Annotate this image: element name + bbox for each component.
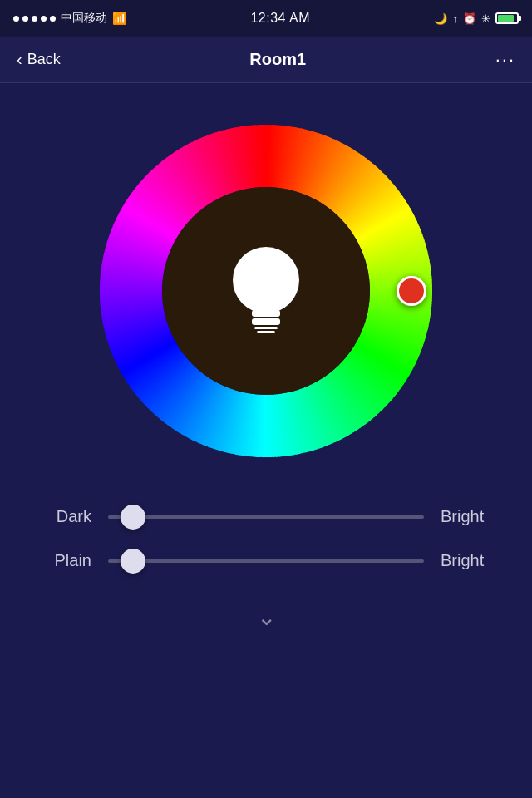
- bluetooth-icon: ✳: [481, 12, 490, 25]
- page-title: Room1: [249, 50, 306, 69]
- status-left: 中国移动 📶: [13, 11, 126, 26]
- dark-label: Dark: [42, 507, 91, 526]
- dot4: [41, 16, 47, 22]
- brightness-thumb[interactable]: [121, 505, 145, 530]
- dot3: [32, 16, 37, 22]
- svg-rect-3: [254, 327, 278, 329]
- saturation-thumb[interactable]: [121, 549, 145, 574]
- svg-rect-4: [257, 331, 275, 333]
- battery-fill: [498, 15, 514, 22]
- saturation-track[interactable]: [108, 559, 424, 563]
- battery-icon: [495, 12, 519, 24]
- svg-rect-2: [252, 318, 280, 325]
- signal-dots: [13, 16, 56, 22]
- more-button[interactable]: ···: [495, 49, 515, 71]
- dot1: [13, 16, 19, 22]
- carrier-label: 中国移动: [61, 11, 107, 26]
- color-handle[interactable]: [397, 276, 426, 306]
- center-circle: [162, 187, 370, 395]
- arrow-icon: ↑: [452, 12, 458, 25]
- sliders-section: Dark Bright Plain Bright: [0, 466, 532, 587]
- time-label: 12:34 AM: [250, 11, 310, 26]
- dot5: [50, 16, 56, 22]
- moon-icon: 🌙: [434, 12, 447, 25]
- bright-label-2: Bright: [441, 551, 490, 570]
- bulb-icon: [220, 237, 312, 345]
- brightness-track[interactable]: [108, 515, 424, 519]
- status-bar: 中国移动 📶 12:34 AM 🌙 ↑ ⏰ ✳: [0, 0, 532, 37]
- status-right: 🌙 ↑ ⏰ ✳: [434, 12, 519, 25]
- saturation-slider-row: Plain Bright: [42, 551, 490, 570]
- dot2: [22, 16, 28, 22]
- chevron-down-icon[interactable]: ⌄: [257, 603, 276, 631]
- svg-rect-1: [252, 310, 280, 317]
- bright-label-1: Bright: [441, 507, 490, 526]
- nav-bar: ‹ Back Room1 ···: [0, 37, 532, 83]
- back-chevron-icon: ‹: [17, 50, 22, 69]
- back-label: Back: [27, 51, 61, 68]
- wifi-icon: 📶: [112, 12, 126, 25]
- plain-label: Plain: [42, 551, 91, 570]
- brightness-slider-row: Dark Bright: [42, 507, 490, 526]
- chevron-down-container: ⌄: [257, 587, 276, 639]
- main-content: Dark Bright Plain Bright ⌄: [0, 83, 532, 639]
- back-button[interactable]: ‹ Back: [17, 50, 61, 69]
- alarm-icon: ⏰: [463, 12, 476, 25]
- color-wheel[interactable]: [91, 116, 441, 466]
